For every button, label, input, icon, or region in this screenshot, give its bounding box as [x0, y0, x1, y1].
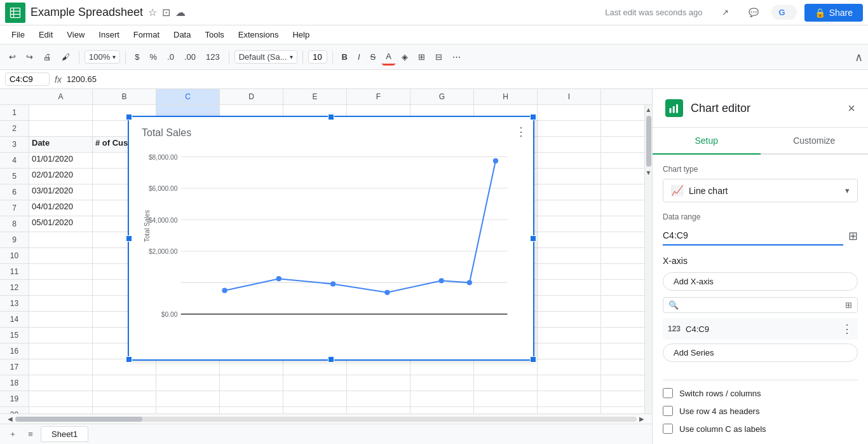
merge-button[interactable]: ⊟ — [431, 50, 446, 64]
italic-button[interactable]: I — [354, 50, 364, 64]
sheet-tab-1[interactable]: Sheet1 — [41, 426, 88, 442]
cell-reference-input[interactable] — [5, 73, 50, 86]
decimal-less-button[interactable]: .0 — [163, 50, 178, 64]
data-range-input[interactable] — [663, 226, 843, 246]
scroll-left-arrow[interactable]: ◀ — [5, 415, 15, 422]
col-header-h[interactable]: H — [474, 89, 538, 104]
row-16[interactable]: 16 — [0, 343, 29, 359]
row-4[interactable]: 4 — [0, 153, 29, 169]
row-17[interactable]: 17 — [0, 359, 29, 375]
menu-file[interactable]: File — [5, 27, 31, 42]
cell-a7[interactable]: 04/01/2020 — [29, 200, 93, 216]
col-header-f[interactable]: F — [347, 89, 410, 104]
chart-type-dropdown[interactable]: 📈 Line chart ▾ — [663, 179, 858, 202]
use-col-labels-label[interactable]: Use column C as labels — [679, 424, 766, 434]
scroll-right-arrow[interactable]: ▶ — [637, 415, 647, 422]
cell-a6[interactable]: 03/01/2020 — [29, 184, 93, 200]
history-icon[interactable]: ↗ — [715, 3, 736, 23]
switch-rows-cols-checkbox[interactable] — [663, 388, 673, 398]
row-9[interactable]: 9 — [0, 232, 29, 248]
print-button[interactable]: 🖨 — [39, 50, 55, 64]
zoom-dropdown[interactable]: 100% ▾ — [85, 50, 120, 64]
scroll-up-arrow[interactable]: ▲ — [646, 106, 652, 113]
cell-a9[interactable] — [29, 232, 93, 247]
cell-a1[interactable] — [29, 105, 93, 120]
cell-i5[interactable] — [538, 169, 601, 184]
format-123-button[interactable]: 123 — [202, 50, 224, 64]
row-20[interactable]: 20 — [0, 407, 29, 413]
row-8[interactable]: 8 — [0, 216, 29, 232]
menu-data[interactable]: Data — [167, 27, 197, 42]
collapse-button[interactable]: ∧ — [855, 50, 863, 64]
row-11[interactable]: 11 — [0, 264, 29, 280]
col-header-g[interactable]: G — [410, 89, 474, 104]
cell-a8[interactable]: 05/01/2020 — [29, 216, 93, 232]
col-header-i[interactable]: I — [538, 89, 601, 104]
chart-menu-button[interactable]: ⋮ — [515, 125, 527, 139]
vertical-scrollbar[interactable]: ▲ ▼ — [644, 105, 652, 413]
menu-extensions[interactable]: Extensions — [232, 27, 285, 42]
row-1[interactable]: 1 — [0, 105, 29, 121]
horizontal-scrollbar[interactable] — [15, 417, 637, 422]
share-button[interactable]: 🔒 Share — [804, 4, 863, 22]
more-button[interactable]: ⋯ — [449, 50, 465, 64]
switch-rows-cols-label[interactable]: Switch rows / columns — [679, 389, 761, 398]
row-15[interactable]: 15 — [0, 328, 29, 343]
cell-i1[interactable] — [538, 105, 601, 120]
bold-button[interactable]: B — [338, 50, 351, 64]
row-14[interactable]: 14 — [0, 312, 29, 328]
row-2[interactable]: 2 — [0, 121, 29, 137]
row-3[interactable]: 3 — [0, 137, 29, 153]
tab-setup[interactable]: Setup — [653, 128, 761, 155]
col-header-b[interactable]: B — [93, 89, 156, 104]
cell-i3[interactable] — [538, 137, 601, 152]
scroll-thumb[interactable] — [646, 116, 651, 167]
cell-i8[interactable] — [538, 216, 601, 232]
redo-button[interactable]: ↪ — [22, 50, 37, 64]
strikethrough-button[interactable]: S — [367, 50, 380, 64]
cell-a3[interactable]: Date — [29, 137, 93, 152]
cell-i7[interactable] — [538, 200, 601, 216]
percent-button[interactable]: % — [146, 50, 161, 64]
row-18[interactable]: 18 — [0, 375, 29, 391]
formula-input[interactable] — [67, 74, 863, 84]
menu-format[interactable]: Format — [127, 27, 166, 42]
cell-a2[interactable] — [29, 121, 93, 136]
dollar-button[interactable]: $ — [131, 50, 143, 64]
tab-customize[interactable]: Customize — [761, 128, 869, 153]
chart-container[interactable]: Total Sales ⋮ $8,000.00 — [128, 116, 534, 361]
meet-button[interactable]: G — [771, 5, 797, 20]
menu-tools[interactable]: Tools — [198, 27, 230, 42]
font-name-dropdown[interactable]: Default (Sa... ▾ — [234, 50, 297, 64]
add-series-button[interactable]: Add Series — [663, 343, 858, 362]
col-header-e[interactable]: E — [283, 89, 347, 104]
row-6[interactable]: 6 — [0, 184, 29, 200]
add-x-axis-button[interactable]: Add X-axis — [663, 272, 858, 291]
editor-close-button[interactable]: × — [848, 101, 855, 116]
row-10[interactable]: 10 — [0, 248, 29, 264]
cloud-icon[interactable]: ☁ — [175, 6, 186, 18]
grid-view-icon[interactable]: ⊞ — [845, 300, 852, 310]
row-5[interactable]: 5 — [0, 169, 29, 184]
fill-color-button[interactable]: ◈ — [398, 50, 412, 64]
data-item-more-button[interactable]: ⋮ — [841, 322, 853, 336]
font-size-input[interactable] — [308, 50, 327, 64]
folder-icon[interactable]: ⊡ — [162, 6, 170, 18]
cell-i2[interactable] — [538, 121, 601, 136]
scroll-down-arrow[interactable]: ▼ — [646, 169, 652, 176]
use-row-headers-label[interactable]: Use row 4 as headers — [679, 406, 759, 416]
cell-a5[interactable]: 02/01/2020 — [29, 169, 93, 184]
use-col-labels-checkbox[interactable] — [663, 424, 673, 434]
cell-i4[interactable] — [538, 153, 601, 168]
add-sheet-button[interactable]: + — [5, 427, 20, 442]
search-input[interactable] — [682, 300, 845, 310]
cell-i6[interactable] — [538, 184, 601, 200]
cell-a4[interactable]: 01/01/2020 — [29, 153, 93, 168]
col-header-d[interactable]: D — [220, 89, 283, 104]
row-12[interactable]: 12 — [0, 280, 29, 296]
row-19[interactable]: 19 — [0, 391, 29, 407]
menu-help[interactable]: Help — [286, 27, 316, 42]
menu-view[interactable]: View — [60, 27, 91, 42]
sheet-menu-button[interactable]: ≡ — [23, 427, 38, 442]
borders-button[interactable]: ⊞ — [414, 50, 429, 64]
